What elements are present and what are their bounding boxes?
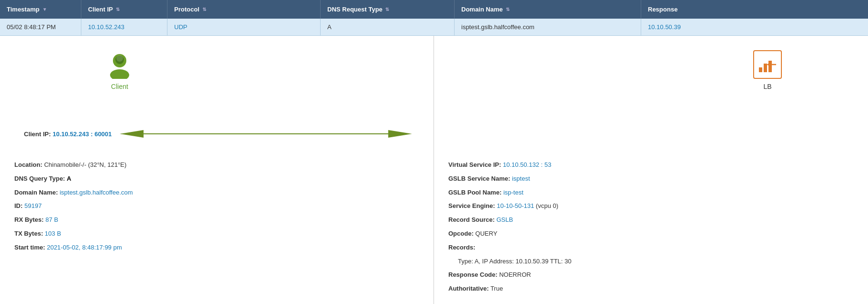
response-code-line: Response Code: NOERROR	[448, 270, 854, 280]
service-engine-vcpu: (vcpu 0)	[536, 202, 558, 209]
col-response-label: Response	[648, 6, 678, 13]
response-link[interactable]: 10.10.50.39	[648, 23, 681, 31]
service-engine-label: Service Engine:	[448, 202, 495, 209]
cell-timestamp: 05/02 8:48:17 PM	[0, 19, 81, 35]
location-value: Chinamobile/-/- (32°N, 121°E)	[44, 161, 126, 168]
record-source-line: Record Source: GSLB	[448, 215, 854, 225]
id-line: ID: 59197	[14, 201, 419, 211]
tx-bytes-label: TX Bytes:	[14, 230, 43, 237]
service-engine-line: Service Engine: 10-10-50-131 (vcpu 0)	[448, 201, 854, 211]
record-source-value: GSLB	[496, 216, 513, 223]
cell-dns-request-type: A	[321, 19, 455, 35]
rx-bytes-value: 87 B	[45, 216, 58, 223]
col-client-ip-label: Client IP	[88, 6, 113, 13]
cell-client-ip[interactable]: 10.10.52.243	[81, 19, 167, 35]
domain-name-label: Domain Name:	[14, 189, 58, 196]
gslb-pool-name-label: GSLB Pool Name:	[448, 189, 501, 196]
sort-icon-client-ip: ⇅	[116, 7, 120, 12]
tx-bytes-value: 103 B	[45, 230, 61, 237]
sort-icon-domain: ⇅	[506, 7, 510, 12]
svg-rect-6	[768, 61, 772, 72]
response-code-label: Response Code:	[448, 271, 498, 278]
arrow-container: Client IP: 10.10.52.243 : 60001	[10, 129, 434, 139]
col-domain-name-label: Domain Name	[461, 6, 503, 13]
tx-bytes-line: TX Bytes: 103 B	[14, 229, 419, 239]
opcode-line: Opcode: QUERY	[448, 229, 854, 239]
client-ip-link[interactable]: 10.10.52.243	[88, 23, 124, 31]
col-protocol[interactable]: Protocol ⇅	[167, 0, 321, 19]
col-timestamp-label: Timestamp	[7, 6, 39, 13]
location-line: Location: Chinamobile/-/- (32°N, 121°E)	[14, 160, 419, 170]
svg-rect-4	[759, 67, 762, 72]
records-value: Type: A, IP Address: 10.10.50.39 TTL: 30	[458, 258, 571, 265]
gslb-service-name-line: GSLB Service Name: isptest	[448, 174, 854, 184]
vs-ip-value: 10.10.50.132 : 53	[503, 161, 551, 168]
client-label: Client	[111, 83, 128, 90]
vs-ip-label: Virtual Service IP:	[448, 161, 501, 168]
dns-request-type-value: A	[327, 23, 332, 31]
client-ip-arrow-label-prefix: Client IP:	[24, 130, 53, 138]
col-domain-name[interactable]: Domain Name ⇅	[455, 0, 641, 19]
client-icon	[105, 50, 134, 79]
rx-bytes-line: RX Bytes: 87 B	[14, 215, 419, 225]
authoritative-label: Authoritative:	[448, 285, 489, 292]
location-label: Location:	[14, 161, 43, 168]
timestamp-value: 05/02 8:48:17 PM	[7, 23, 56, 31]
vs-ip-line: Virtual Service IP: 10.10.50.132 : 53	[448, 160, 854, 170]
cell-domain-name: isptest.gslb.halfcoffee.com	[455, 19, 641, 35]
start-time-value: 2021-05-02, 8:48:17:99 pm	[47, 244, 122, 251]
svg-point-3	[116, 55, 123, 62]
id-value: 59197	[24, 202, 42, 209]
gslb-service-name-label: GSLB Service Name:	[448, 175, 510, 182]
records-value-line: Type: A, IP Address: 10.10.50.39 TTL: 30	[448, 257, 854, 267]
rx-bytes-label: RX Bytes:	[14, 216, 44, 223]
client-icon-wrap: Client	[105, 50, 134, 90]
sort-icon-protocol: ⇅	[202, 7, 206, 12]
response-code-value: NOERROR	[499, 271, 531, 278]
domain-name-value: isptest.gslb.halfcoffee.com	[461, 23, 534, 31]
id-label: ID:	[14, 202, 22, 209]
sort-icon-dns: ⇅	[385, 7, 389, 12]
records-label: Records:	[448, 244, 475, 251]
dns-query-type-line: DNS Query Type: A	[14, 174, 419, 184]
svg-point-1	[110, 69, 129, 79]
lb-icon-wrap: LB	[753, 50, 782, 90]
protocol-link[interactable]: UDP	[174, 23, 187, 31]
col-client-ip[interactable]: Client IP ⇅	[81, 0, 167, 19]
lb-box	[753, 50, 782, 79]
sort-icon-timestamp: ▼	[42, 7, 47, 12]
col-response: Response	[641, 0, 868, 19]
table-row[interactable]: 05/02 8:48:17 PM 10.10.52.243 UDP A ispt…	[0, 19, 868, 36]
authoritative-value: True	[490, 285, 503, 292]
col-protocol-label: Protocol	[174, 6, 200, 13]
bidirectional-arrow	[117, 129, 415, 139]
detail-panel: Client LB Client IP: 10.10.52.2	[0, 36, 868, 304]
dns-query-type-label: DNS Query Type:	[14, 175, 65, 182]
client-ip-arrow-value: 10.10.52.243 : 60001	[53, 130, 112, 138]
record-source-label: Record Source:	[448, 216, 495, 223]
col-dns-request-type[interactable]: DNS Request Type ⇅	[321, 0, 455, 19]
opcode-value: QUERY	[475, 230, 497, 237]
lb-svg-icon	[757, 54, 778, 75]
cell-protocol[interactable]: UDP	[167, 19, 321, 35]
svg-rect-5	[764, 64, 767, 72]
cell-response[interactable]: 10.10.50.39	[641, 19, 868, 35]
table-header: Timestamp ▼ Client IP ⇅ Protocol ⇅ DNS R…	[0, 0, 868, 19]
gslb-service-name-value: isptest	[512, 175, 530, 182]
diagram-area: Client LB	[0, 36, 868, 141]
gslb-pool-name-value: isp-test	[503, 189, 523, 196]
gslb-pool-name-line: GSLB Pool Name: isp-test	[448, 188, 854, 198]
col-timestamp[interactable]: Timestamp ▼	[0, 0, 81, 19]
lb-label: LB	[763, 83, 771, 90]
domain-name-line: Domain Name: isptest.gslb.halfcoffee.com	[14, 188, 419, 198]
col-dns-request-type-label: DNS Request Type	[327, 6, 382, 13]
records-line: Records:	[448, 243, 854, 253]
start-time-line: Start time: 2021-05-02, 8:48:17:99 pm	[14, 243, 419, 253]
opcode-label: Opcode:	[448, 230, 474, 237]
start-time-label: Start time:	[14, 244, 45, 251]
domain-name-link[interactable]: isptest.gslb.halfcoffee.com	[60, 189, 133, 196]
service-engine-value: 10-10-50-131	[497, 202, 534, 209]
authoritative-line: Authoritative: True	[448, 284, 854, 294]
